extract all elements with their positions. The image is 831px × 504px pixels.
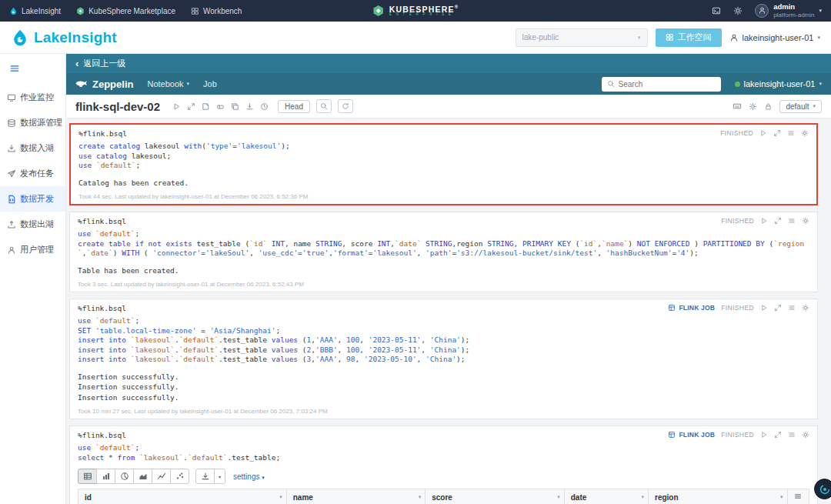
collapse-sidebar-icon[interactable] — [0, 60, 29, 85]
code-editor[interactable]: use `default`;SET 'table.local-time-zone… — [78, 316, 809, 365]
expand-paragraph-icon[interactable] — [773, 129, 781, 137]
menu-notebook[interactable]: Notebook▾ — [147, 79, 189, 88]
expand-paragraph-icon[interactable] — [774, 217, 782, 225]
sidebar-item-data-outflow[interactable]: 数据出湖 — [0, 212, 65, 237]
assistant-fab[interactable] — [814, 479, 831, 499]
column-sort-icon[interactable]: ▾ — [641, 494, 644, 500]
workspace-button[interactable]: 工作空间 — [656, 28, 722, 47]
paragraph-status: FINISHED — [721, 304, 754, 312]
line-chart-button[interactable] — [152, 469, 171, 484]
export-note-icon[interactable] — [245, 102, 254, 111]
column-sort-icon[interactable]: ▾ — [279, 494, 282, 500]
account-menu[interactable]: admin platform-admin ▾ — [755, 3, 822, 18]
workspace-grid-icon — [666, 33, 674, 42]
search-input[interactable] — [619, 80, 716, 88]
result-table: id▾name▾score▾date▾region▾1AAA1002023-05… — [78, 489, 809, 504]
zeppelin-user-menu[interactable]: lakeinsight-user-01 ▾ — [735, 79, 822, 88]
paragraph-2[interactable]: %flink.bsqlFINISHEDuse `default`;create … — [69, 212, 818, 292]
sidebar-item-job-monitor[interactable]: 作业监控 — [0, 85, 65, 110]
run-paragraph-icon[interactable] — [759, 129, 767, 137]
topnav-kubesphere-marketplace[interactable]: KubeSphere Marketplace — [76, 7, 175, 15]
bar-chart-button[interactable] — [96, 469, 115, 484]
sidebar-item-user-mgmt[interactable]: 用户管理 — [0, 237, 65, 262]
topnav-workbench[interactable]: Workbench — [191, 7, 242, 15]
lakeinsight-brand[interactable]: LakeInsight — [11, 28, 117, 47]
content-area: ‹ 返回上一级 Zeppelin Notebook▾ Job lakeinsig… — [66, 54, 831, 504]
toggle-editor-icon[interactable] — [788, 431, 796, 439]
pie-chart-button[interactable] — [115, 469, 134, 484]
column-sort-icon[interactable]: ▾ — [419, 494, 422, 500]
kubesphere-logo: KUBESPHERE® E N T E R P R I S E — [372, 0, 459, 22]
version-head-button[interactable]: Head — [278, 100, 310, 113]
column-header-score[interactable]: score▾ — [426, 489, 565, 504]
paragraph-4[interactable]: %flink.bsqlFLINK JOBFINISHEDuse `default… — [69, 426, 818, 504]
column-header-id[interactable]: id▾ — [78, 489, 287, 504]
area-chart-button[interactable] — [133, 469, 152, 484]
terminal-icon[interactable] — [712, 6, 721, 15]
menu-job[interactable]: Job — [203, 79, 217, 88]
toggle-editor-icon[interactable] — [788, 304, 796, 312]
flink-job-link[interactable]: FLINK JOB — [668, 431, 715, 439]
user-menu[interactable]: lakeinsight-user-01 ▾ — [729, 33, 820, 42]
scatter-chart-button[interactable] — [170, 469, 189, 484]
avatar — [755, 4, 769, 18]
run-paragraph-icon[interactable] — [760, 217, 768, 225]
revert-note-button[interactable] — [338, 99, 353, 113]
code-editor[interactable]: create catalog lakesoul with('type'='lak… — [78, 142, 809, 171]
topnav-lakeinsight[interactable]: LakeInsight — [9, 7, 61, 15]
display-mode-button[interactable]: default ▾ — [779, 100, 822, 113]
column-header-date[interactable]: date▾ — [564, 489, 648, 504]
run-paragraph-icon[interactable] — [760, 304, 768, 312]
paragraph-settings-icon[interactable] — [802, 431, 809, 439]
table-view-button[interactable] — [78, 469, 97, 484]
paragraph-footer: Took 44 sec. Last updated by lakeinsight… — [78, 193, 809, 200]
download-button[interactable] — [195, 469, 215, 484]
sidebar-item-label: 发布任务 — [20, 168, 54, 179]
column-header-name[interactable]: name▾ — [286, 489, 426, 504]
hide-output-icon[interactable] — [202, 102, 210, 111]
online-status-dot — [735, 82, 740, 87]
paragraph-3[interactable]: %flink.bsqlFLINK JOBFINISHEDuse `default… — [69, 299, 818, 419]
database-icon — [7, 118, 16, 128]
clear-output-icon[interactable] — [216, 102, 225, 111]
paragraph-settings-icon[interactable] — [801, 129, 809, 137]
settings-toggle[interactable]: settings ▾ — [233, 472, 265, 481]
paragraph-settings-icon[interactable] — [802, 217, 809, 225]
column-sort-icon[interactable]: ▾ — [557, 494, 560, 500]
zeppelin-brand[interactable]: Zeppelin — [75, 78, 133, 90]
code-editor[interactable]: use `default`;select * from `lakesoul`.`… — [78, 443, 809, 462]
paragraph-1[interactable]: %flink.bsqlFINISHEDcreate catalog lakeso… — [69, 123, 818, 205]
expand-paragraph-icon[interactable] — [774, 431, 782, 439]
run-paragraph-icon[interactable] — [760, 431, 768, 439]
interpreter-gear-icon[interactable] — [749, 102, 757, 111]
code-editor[interactable]: use `default`;create table if not exists… — [78, 229, 809, 259]
download-options-button[interactable]: ▾ — [214, 469, 225, 484]
chevron-down-icon: ▾ — [219, 474, 221, 479]
search-box[interactable] — [602, 77, 721, 92]
keyboard-shortcuts-icon[interactable] — [733, 102, 742, 111]
table-menu-button[interactable] — [787, 489, 809, 504]
column-sort-icon[interactable]: ▾ — [780, 494, 783, 500]
clone-note-icon[interactable] — [231, 102, 239, 111]
flink-job-icon — [668, 431, 676, 439]
back-bar[interactable]: ‹ 返回上一级 — [66, 54, 831, 73]
search-note-button[interactable] — [316, 99, 332, 113]
run-all-icon[interactable] — [172, 102, 181, 111]
sidebar-item-data-dev[interactable]: 数据开发 — [0, 186, 65, 212]
toggle-editor-icon[interactable] — [788, 217, 796, 225]
workbench-icon — [191, 7, 199, 15]
chevron-down-icon: ▾ — [187, 81, 190, 87]
sidebar-item-data-inflow[interactable]: 数据入湖 — [0, 135, 65, 161]
permissions-lock-icon[interactable] — [764, 102, 773, 111]
hide-code-icon[interactable] — [187, 102, 195, 111]
schedule-icon[interactable] — [260, 102, 269, 111]
column-header-region[interactable]: region▾ — [649, 489, 788, 504]
sidebar-item-datasource[interactable]: 数据源管理 — [0, 110, 65, 135]
workspace-select[interactable]: lake-public ▾ — [516, 28, 648, 47]
sidebar-item-publish-task[interactable]: 发布任务 — [0, 161, 65, 186]
gear-icon[interactable] — [733, 6, 743, 15]
flink-job-link[interactable]: FLINK JOB — [668, 304, 715, 312]
expand-paragraph-icon[interactable] — [774, 304, 782, 312]
toggle-editor-icon[interactable] — [787, 129, 795, 137]
paragraph-settings-icon[interactable] — [802, 304, 809, 312]
